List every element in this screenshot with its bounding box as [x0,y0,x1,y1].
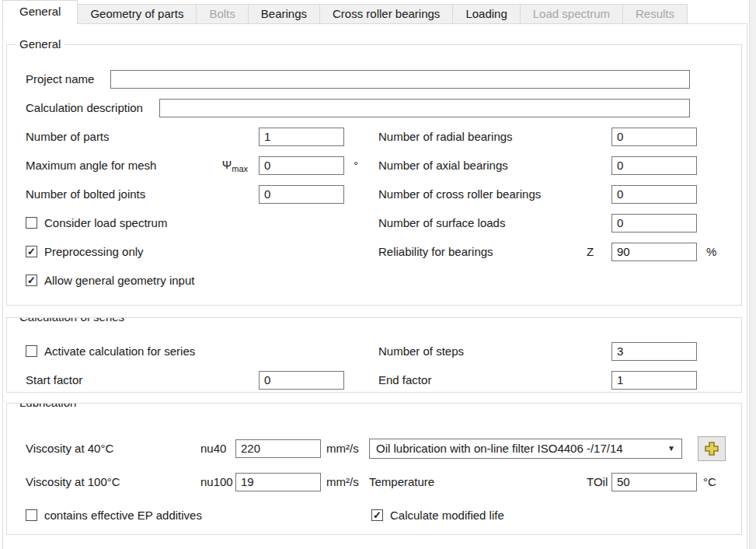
dropdown-arrow-icon: ▼ [667,444,675,453]
tab-bolts: Bolts [196,4,248,24]
consider-load-spectrum-checkbox[interactable] [26,217,37,229]
row-activate-steps: Activate calculation for series Number o… [7,337,741,365]
nu100-symbol: nu100 [200,475,235,488]
scrollbar-gutter[interactable] [749,0,756,549]
row-preprocessing-reliability: Preprocessing only Reliability for beari… [7,237,741,266]
viscosity-40-label: Viscosity at 40°C [26,442,200,455]
row-project-name: Project name [7,65,741,93]
plus-icon [704,441,719,456]
row-calculation-description: Calculation description [7,93,741,122]
activate-series-label: Activate calculation for series [44,344,195,358]
number-of-radial-bearings-input[interactable] [611,128,697,146]
number-of-parts-label: Number of parts [26,130,220,143]
max-angle-mesh-unit: ° [344,159,358,172]
calculation-description-input[interactable] [159,99,690,117]
allow-general-geometry-checkbox[interactable] [26,274,37,286]
number-of-bolted-joints-input[interactable] [259,185,344,204]
project-name-label: Project name [26,72,110,86]
calculate-modified-life-label: Calculate modified life [390,509,504,522]
add-lubricant-button[interactable] [698,436,726,461]
viscosity-40-unit: mm²/s [321,442,369,455]
row-parts-radial: Number of parts Number of radial bearing… [7,122,741,151]
tab-loading[interactable]: Loading [452,4,520,24]
row-allow-geometry: Allow general geometry input [7,266,741,295]
number-of-radial-bearings-label: Number of radial bearings [378,130,576,143]
row-viscosity-40: Viscosity at 40°C nu40 mm²/s Oil lubrica… [7,432,741,465]
reliability-for-bearings-label: Reliability for bearings [378,245,576,258]
viscosity-100-input[interactable] [235,473,321,491]
temperature-input[interactable] [611,473,697,491]
reliability-symbol: Z [576,245,611,258]
temperature-unit: °C [697,475,716,488]
ep-additives-label: contains effective EP additives [44,509,202,522]
number-of-steps-input[interactable] [611,342,697,361]
row-bolted-crossroller: Number of bolted joints Number of cross … [7,180,741,208]
number-of-steps-label: Number of steps [378,344,576,358]
row-start-end-factor: Start factor End factor [7,365,741,393]
number-of-surface-loads-label: Number of surface loads [378,216,576,229]
viscosity-100-unit: mm²/s [321,475,369,488]
row-loadspectrum-surface: Consider load spectrum Number of surface… [7,208,741,237]
group-lubrication: Lubrication Viscosity at 40°C nu40 mm²/s… [6,403,742,535]
calculation-description-label: Calculation description [26,101,159,114]
tab-load-spectrum: Load spectrum [520,4,623,24]
max-angle-mesh-label: Maximum angle for mesh [26,159,220,172]
project-name-input[interactable] [110,70,690,89]
group-general-title: General [16,37,64,51]
tab-cross-roller-bearings[interactable]: Cross roller bearings [319,4,453,24]
number-of-cross-roller-bearings-input[interactable] [611,185,697,204]
toil-symbol: TOil [587,475,611,488]
group-series-title: Calculation of series [16,317,128,323]
start-factor-input[interactable] [259,371,344,390]
tab-bar: General Geometry of parts Bolts Bearings… [2,0,687,24]
lubrication-type-value: Oil lubrication with on-line filter ISO4… [376,442,663,455]
group-lubrication-title: Lubrication [16,403,80,409]
viscosity-100-label: Viscosity at 100°C [26,475,200,488]
tab-results: Results [622,4,688,24]
tab-bearings[interactable]: Bearings [248,4,320,24]
consider-load-spectrum-label: Consider load spectrum [44,216,167,229]
group-general: General Project name Calculation descrip… [6,44,742,306]
reliability-unit: % [697,245,716,258]
end-factor-input[interactable] [611,371,697,390]
number-of-parts-input[interactable] [259,128,344,146]
tab-geometry-of-parts[interactable]: Geometry of parts [77,4,197,24]
end-factor-label: End factor [378,373,576,386]
calculate-modified-life-checkbox[interactable] [371,509,383,521]
number-of-surface-loads-input[interactable] [611,214,697,233]
preprocessing-only-checkbox[interactable] [26,246,37,257]
nu40-symbol: nu40 [200,442,235,455]
viscosity-40-input[interactable] [235,439,321,458]
preprocessing-only-label: Preprocessing only [44,245,144,258]
number-of-axial-bearings-label: Number of axial bearings [378,159,576,172]
row-viscosity-100-temperature: Viscosity at 100°C nu100 mm²/s Temperatu… [7,465,741,498]
number-of-axial-bearings-input[interactable] [611,156,697,175]
tab-general[interactable]: General [2,0,78,24]
lubrication-type-select[interactable]: Oil lubrication with on-line filter ISO4… [369,439,682,459]
psi-max-symbol: Ψmax [220,158,259,173]
reliability-for-bearings-input[interactable] [611,243,697,261]
allow-general-geometry-label: Allow general geometry input [44,274,194,287]
ep-additives-checkbox[interactable] [26,509,37,521]
row-angle-axial: Maximum angle for mesh Ψmax ° Number of … [7,151,741,180]
number-of-cross-roller-bearings-label: Number of cross roller bearings [378,187,576,201]
activate-series-checkbox[interactable] [26,345,37,357]
temperature-label: Temperature [369,475,587,488]
max-angle-mesh-input[interactable] [259,156,344,175]
row-lub-checkboxes: contains effective EP additives Calculat… [7,498,741,532]
group-calculation-of-series: Calculation of series Activate calculati… [6,317,742,393]
start-factor-label: Start factor [26,373,220,386]
number-of-bolted-joints-label: Number of bolted joints [26,187,220,201]
